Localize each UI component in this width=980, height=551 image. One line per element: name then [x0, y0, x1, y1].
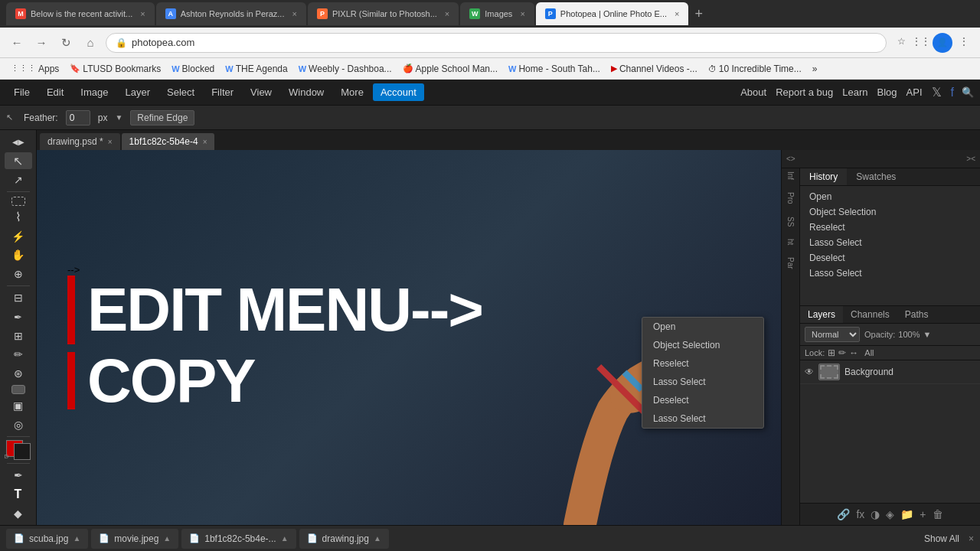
- delete-layer-icon[interactable]: 🗑: [933, 508, 943, 520]
- history-item-object-selection[interactable]: Object Selection: [803, 204, 977, 220]
- layer-background[interactable]: 👁 Background: [800, 360, 980, 384]
- refine-edge-button[interactable]: Refine Edge: [130, 110, 194, 126]
- lock-move-icon[interactable]: ↔: [849, 347, 858, 358]
- tab-close-images[interactable]: ×: [520, 9, 524, 18]
- tool-heal[interactable]: ⊞: [5, 327, 32, 344]
- doc-tab-close-drawing[interactable]: ×: [108, 138, 113, 146]
- bookmark-10incredible[interactable]: ⏱ 10 Incredible Time...: [704, 62, 806, 76]
- history-item-open[interactable]: Open: [803, 189, 977, 204]
- history-item-lasso-select-2[interactable]: Lasso Select: [803, 266, 977, 281]
- menu-about[interactable]: About: [740, 86, 766, 98]
- context-menu-item-lasso-select-1[interactable]: Lasso Select: [642, 373, 763, 391]
- new-tab-button[interactable]: +: [690, 6, 707, 22]
- group-icon[interactable]: 📁: [900, 508, 913, 520]
- address-bar[interactable]: 🔒 photopea.com: [106, 33, 887, 53]
- tool-hand[interactable]: ✋: [5, 246, 32, 264]
- doc-tab-close-1bf1[interactable]: ×: [203, 138, 207, 146]
- tab-close-pixlr[interactable]: ×: [445, 9, 449, 18]
- tab-history[interactable]: History: [800, 168, 847, 185]
- bookmark-channel[interactable]: ▶ Channel Videos -...: [606, 62, 702, 76]
- facebook-icon[interactable]: f: [951, 86, 954, 99]
- bookmark-more[interactable]: »: [808, 62, 822, 76]
- lock-all-label[interactable]: All: [864, 348, 874, 357]
- profile-icon[interactable]: 👤: [933, 33, 952, 53]
- tool-crop[interactable]: ⊟: [5, 289, 32, 307]
- link-icon[interactable]: 🔗: [837, 508, 850, 520]
- panel-side-par[interactable]: Par: [786, 257, 795, 269]
- bookmark-apple[interactable]: 🍎 Apple School Man...: [398, 62, 502, 76]
- taskbar-file-1bf1[interactable]: 📄 1bf1c82c-5b4e-... ▲: [181, 529, 296, 549]
- context-menu-item-deselect[interactable]: Deselect: [642, 391, 763, 409]
- history-item-reselect[interactable]: Reselect: [803, 220, 977, 235]
- menu-layer[interactable]: Layer: [118, 83, 158, 101]
- history-item-lasso-select-1[interactable]: Lasso Select: [803, 235, 977, 250]
- menu-edit[interactable]: Edit: [39, 83, 71, 101]
- tool-text[interactable]: T: [5, 486, 32, 504]
- new-layer-icon[interactable]: +: [920, 508, 926, 520]
- panel-expand-icon[interactable]: ><: [966, 155, 975, 163]
- bookmark-weebly[interactable]: W Weebly - Dashboa...: [294, 62, 397, 76]
- twitter-icon[interactable]: 𝕏: [932, 85, 942, 99]
- tool-marquee-rect[interactable]: [11, 197, 25, 206]
- panel-side-ss[interactable]: SS: [786, 217, 795, 227]
- bookmark-agenda[interactable]: W THE Agenda: [220, 62, 292, 76]
- tab-paths[interactable]: Paths: [897, 306, 936, 323]
- menu-filter[interactable]: Filter: [204, 83, 241, 101]
- tab-close-gmail[interactable]: ×: [140, 9, 145, 18]
- tool-arrow[interactable]: ↗: [5, 171, 32, 188]
- add-style-icon[interactable]: fx: [856, 508, 864, 520]
- context-menu-item-object-selection[interactable]: Object Selection: [642, 336, 763, 354]
- tool-blur[interactable]: ◎: [5, 416, 32, 434]
- panel-side-pro[interactable]: Pro: [786, 192, 795, 204]
- forward-button[interactable]: →: [32, 36, 51, 49]
- layer-visibility-eye[interactable]: 👁: [805, 367, 814, 377]
- bookmark-ltusd[interactable]: 🔖 LTUSD Bookmarks: [65, 62, 165, 76]
- tool-collapse[interactable]: ◀▶: [5, 133, 32, 151]
- reload-button[interactable]: ↻: [57, 36, 75, 50]
- menu-icon[interactable]: ⋮: [956, 33, 972, 50]
- tool-zoom[interactable]: ⊕: [5, 266, 32, 283]
- menu-account[interactable]: Account: [373, 83, 424, 101]
- tab-channels[interactable]: Channels: [843, 306, 897, 323]
- menu-file[interactable]: File: [6, 83, 38, 101]
- home-button[interactable]: ⌂: [81, 36, 100, 49]
- tab-pixlr[interactable]: P PIXLR (Similar to Photosh... ×: [308, 2, 459, 25]
- tool-shape[interactable]: ◆: [5, 504, 32, 522]
- lock-paint-icon[interactable]: ✏: [838, 347, 846, 358]
- back-button[interactable]: ←: [8, 36, 26, 49]
- tab-gmail[interactable]: M Below is the recent activit... ×: [6, 2, 155, 25]
- bookmark-home[interactable]: W Home - South Tah...: [504, 62, 605, 76]
- taskbar-file-movie[interactable]: 📄 movie.jpeg ▲: [91, 529, 178, 549]
- extensions-icon[interactable]: ⋮⋮: [913, 33, 929, 50]
- tool-gradient[interactable]: ▣: [5, 397, 32, 415]
- tab-close-photopea[interactable]: ×: [675, 9, 679, 18]
- search-button[interactable]: 🔍: [962, 86, 974, 98]
- tab-photopea[interactable]: P Photopea | Online Photo E... ×: [536, 2, 689, 25]
- mask-icon[interactable]: ◑: [871, 508, 880, 520]
- history-item-deselect[interactable]: Deselect: [803, 250, 977, 266]
- color-swatch[interactable]: D: [5, 440, 32, 460]
- lock-pixels-icon[interactable]: ⊞: [828, 347, 835, 358]
- doc-tab-1bf1[interactable]: 1bf1c82c-5b4e-4 ×: [122, 133, 215, 150]
- bookmarks-icon[interactable]: ☆: [893, 33, 910, 50]
- tool-lasso[interactable]: ⌇: [5, 209, 32, 227]
- tab-close-ashton[interactable]: ×: [292, 9, 296, 18]
- tool-magic-wand[interactable]: ⚡: [5, 227, 32, 245]
- taskbar-file-drawing[interactable]: 📄 drawing.jpg ▲: [299, 529, 389, 549]
- tool-move[interactable]: ↖: [5, 152, 32, 170]
- taskbar-arrow-scuba[interactable]: ▲: [73, 534, 80, 543]
- tab-layers[interactable]: Layers: [800, 306, 843, 323]
- feather-input[interactable]: [66, 110, 90, 126]
- menu-image[interactable]: Image: [73, 83, 116, 101]
- opacity-value[interactable]: 100%: [898, 330, 920, 339]
- menu-more[interactable]: More: [333, 83, 371, 101]
- tab-ashton[interactable]: A Ashton Reynolds in Peraz... ×: [156, 2, 306, 25]
- taskbar-file-scuba[interactable]: 📄 scuba.jpg ▲: [6, 529, 88, 549]
- bookmark-blocked[interactable]: W Blocked: [167, 62, 219, 76]
- background-color[interactable]: [14, 443, 31, 460]
- menu-window[interactable]: Window: [281, 83, 332, 101]
- taskbar-arrow-1bf1[interactable]: ▲: [281, 534, 289, 543]
- tool-eraser[interactable]: [11, 385, 25, 394]
- tab-images[interactable]: W Images ×: [460, 2, 534, 25]
- adjustment-icon[interactable]: ◈: [886, 508, 894, 520]
